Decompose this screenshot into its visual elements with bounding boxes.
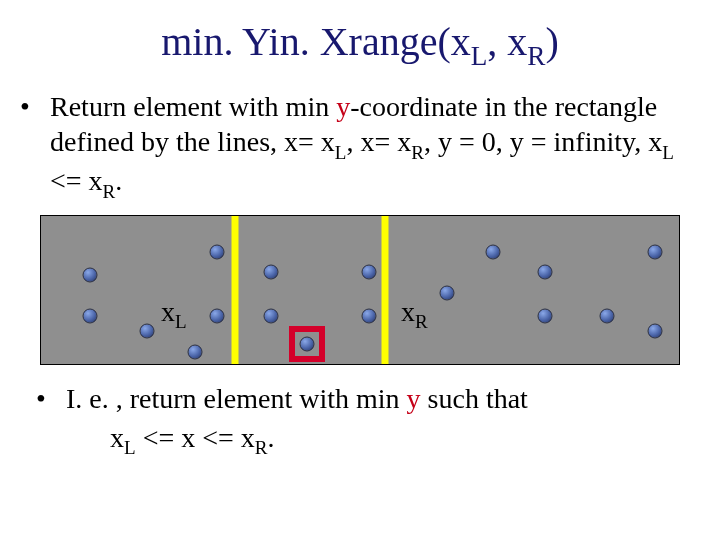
label-xr-s: R bbox=[415, 311, 428, 332]
b1-p1: Return element with min bbox=[50, 91, 336, 122]
bullet-2: I. e. , return element with min y such t… bbox=[0, 369, 720, 418]
b2-p1: I. e. , return element with min bbox=[66, 383, 407, 414]
label-xl-s: L bbox=[175, 311, 187, 332]
data-point bbox=[538, 308, 553, 323]
title-sub-l: L bbox=[471, 41, 488, 71]
expr-p2: <= x <= x bbox=[136, 422, 255, 453]
label-xr: xR bbox=[401, 296, 428, 333]
expr-sl: L bbox=[124, 437, 136, 458]
data-point bbox=[210, 308, 225, 323]
data-point bbox=[300, 336, 315, 351]
diagram-area: xL xR bbox=[40, 215, 680, 365]
b1-p6: . bbox=[115, 165, 122, 196]
title-end: ) bbox=[546, 19, 559, 64]
b2-p2: such that bbox=[421, 383, 528, 414]
bullet-1: Return element with min y-coordinate in … bbox=[0, 81, 720, 211]
b1-p5: <= x bbox=[50, 165, 103, 196]
data-point bbox=[362, 308, 377, 323]
b1-sl1: L bbox=[335, 142, 347, 163]
data-point bbox=[600, 308, 615, 323]
data-point bbox=[648, 244, 663, 259]
page-title: min. Yin. Xrange(xL, xR) bbox=[0, 0, 720, 81]
expr-sr: R bbox=[255, 437, 268, 458]
data-point bbox=[83, 308, 98, 323]
data-point bbox=[140, 323, 155, 338]
data-point bbox=[264, 308, 279, 323]
sub-expression: xL <= x <= xR. bbox=[0, 418, 720, 467]
data-point bbox=[362, 264, 377, 279]
label-xr-x: x bbox=[401, 296, 415, 327]
vertical-line-xl bbox=[232, 216, 239, 364]
data-point bbox=[188, 344, 203, 359]
b1-sr1: R bbox=[411, 142, 424, 163]
expr-p1: x bbox=[110, 422, 124, 453]
data-point bbox=[648, 323, 663, 338]
b1-sr2: R bbox=[103, 181, 116, 202]
b1-p4: , y = 0, y = infinity, x bbox=[424, 126, 662, 157]
data-point bbox=[264, 264, 279, 279]
b1-y: y bbox=[336, 91, 350, 122]
label-xl: xL bbox=[161, 296, 187, 333]
data-point bbox=[83, 267, 98, 282]
data-point bbox=[440, 285, 455, 300]
b1-p3: , x= x bbox=[346, 126, 411, 157]
b1-sl2: L bbox=[662, 142, 674, 163]
expr-p3: . bbox=[268, 422, 275, 453]
b2-y: y bbox=[407, 383, 421, 414]
data-point bbox=[486, 244, 501, 259]
title-sub-r: R bbox=[527, 41, 545, 71]
vertical-line-xr bbox=[382, 216, 389, 364]
title-fn: min. Yin. Xrange(x bbox=[161, 19, 471, 64]
label-xl-x: x bbox=[161, 296, 175, 327]
title-mid: , x bbox=[487, 19, 527, 64]
data-point bbox=[210, 244, 225, 259]
data-point bbox=[538, 264, 553, 279]
